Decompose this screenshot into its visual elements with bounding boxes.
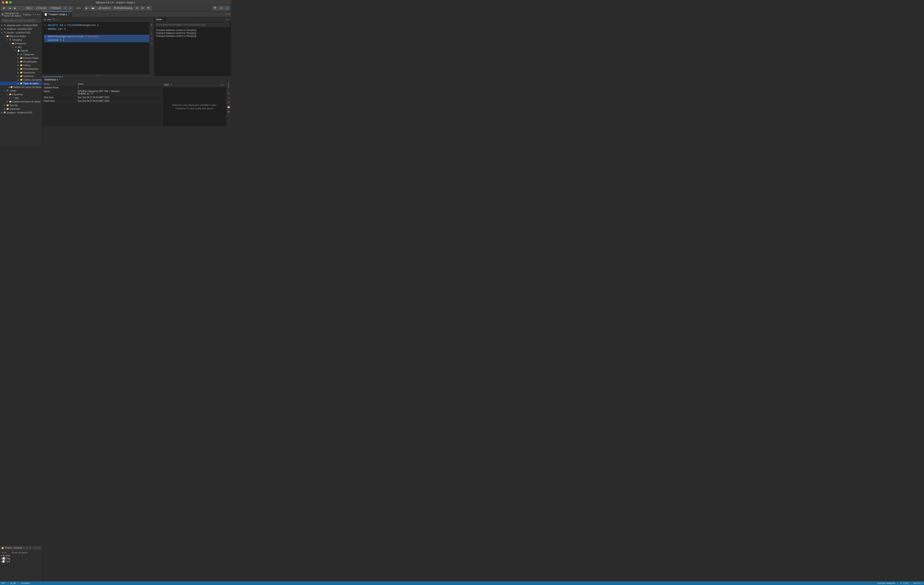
sidebar-item-gatilhos2[interactable]: ▶ 📁 Gatilhos do banco de dados <box>0 100 42 104</box>
sidebar-icon-2[interactable]: ▾ <box>35 13 36 16</box>
sidebar-item-indices[interactable]: ▶ 📁 Índices <box>0 63 42 67</box>
sidebar-item-triggers[interactable]: ▶ 📁 Gatilhos da tabela <box>0 78 42 82</box>
format-btn[interactable]: ≡ <box>56 18 59 21</box>
sidebar-icon-1[interactable]: ↻ <box>33 13 35 16</box>
tab-close-btn[interactable]: ✕ <box>68 13 70 15</box>
toolbar-icon-7[interactable]: ▶ <box>84 6 89 10</box>
sidebar-item-categories[interactable]: ▶ ▦ Categories <box>0 53 42 56</box>
toolbar-icon-4[interactable]: ⬛ <box>18 6 24 10</box>
expand-arrow: ▶ <box>17 68 20 70</box>
folder-icon: 📁 <box>20 56 23 59</box>
explain-btn[interactable]: ▶▶ <box>47 18 51 21</box>
tab-script1[interactable]: 📝 *<master> Script-1 ✕ <box>42 12 72 17</box>
right-btn-3[interactable]: ⊡ <box>227 96 231 100</box>
expand-arrow: ▼ <box>0 31 3 34</box>
toolbar-icon-12[interactable]: ⊡ <box>219 6 224 10</box>
side-tool-4[interactable]: ⊡ <box>150 36 154 41</box>
saida-close[interactable]: ✕ <box>162 18 164 21</box>
search-btn[interactable]: 🔍 <box>146 6 152 10</box>
code-line-4: ▶ UPDATE Categories SET Title = 'Blusões… <box>44 35 152 39</box>
tree-label: Security <box>10 104 18 107</box>
toolbar-icon-3[interactable]: ▶ <box>13 6 18 10</box>
editor-view-btn[interactable]: ⊡ <box>226 13 228 15</box>
right-btn-6[interactable]: ▦ <box>227 110 231 114</box>
sidebar-item-procs[interactable]: ▶ 📁 Procedimentos <box>0 67 42 71</box>
toolbar-icon-13[interactable]: 👤 <box>224 6 230 10</box>
output-view-toggle[interactable]: ⊡ <box>226 18 228 21</box>
toolbar-icon-1[interactable]: ⚡ <box>1 6 7 10</box>
side-tool-5[interactable]: ⊡ <box>150 41 154 45</box>
commit-button[interactable]: ✔ Commit <box>34 6 48 10</box>
sidebar-item-tabelas[interactable]: ▼ 📋 Tabelas <box>0 49 42 53</box>
projects-tab[interactable]: Projetos <box>23 13 31 16</box>
row-value: UPDATE Categories SET Title = 'Blusões'W… <box>76 89 162 96</box>
sidebar-item-administer[interactable]: ▶ 📁 Administer <box>0 107 42 111</box>
toolbar-icon-9[interactable]: ⚙ <box>134 6 140 10</box>
sidebar-item-etiqueta[interactable]: ▶ 🔌 etiqueta-certa - localhost:3306 <box>0 23 42 27</box>
sidebar-item-dbo1[interactable]: ▼ ◈ dbo <box>0 45 42 49</box>
toolbar-icon-5[interactable]: ✦ <box>63 6 68 10</box>
sidebar-item-esquemas1[interactable]: ▼ 📂 Esquemas <box>0 41 42 45</box>
sidebar-item-security[interactable]: ▶ 📁 Security <box>0 104 42 107</box>
toolbar-icon-10[interactable]: ⚙ <box>140 6 145 10</box>
sidebar-item-syns[interactable]: ▶ 📁 Sinônimos <box>0 74 42 78</box>
scroll-right[interactable]: ▶ <box>99 74 100 76</box>
search-input[interactable] <box>2 19 41 23</box>
right-btn-2[interactable]: ⚙ <box>227 91 231 96</box>
valor-close[interactable]: ✕ <box>170 84 172 86</box>
editor-panel: ▶ ▶▶ ⬛ ≡ ▶ SELECT c.Id, c.Title FROM Cat… <box>42 17 231 76</box>
toolbar-icon-6[interactable]: ≡ <box>68 6 73 10</box>
valor-icon-1[interactable]: ⊡ <box>221 84 222 86</box>
toolbar-icon-2[interactable]: ◀ <box>7 6 12 10</box>
code-editor[interactable]: ▶ SELECT c.Id, c.Title FROM Categories c… <box>42 22 154 74</box>
sidebar-item-master1433[interactable]: ▼ 🔌 master - localhost:1433 <box>0 31 42 34</box>
sidebar-icon-4[interactable]: ✕ <box>39 13 41 16</box>
sidebar-item-db-triggers[interactable]: ▶ 📁 Gatilhos do banco de dados <box>0 85 42 89</box>
sidebar-item-shopping[interactable]: ▼ 🗄 Shopping <box>0 38 42 41</box>
expand-arrow: ▶ <box>17 82 20 84</box>
tree-label: dbo <box>15 97 19 99</box>
close-button[interactable] <box>2 1 4 3</box>
sidebar-item-esquemas2[interactable]: ▼ 📂 Esquemas <box>0 92 42 96</box>
side-tool-3[interactable]: ⊡ <box>150 32 154 36</box>
sidebar-icon-3[interactable]: ⊕ <box>36 13 38 16</box>
sidebar-item-seqs[interactable]: ▶ 📁 Sequências <box>0 71 42 74</box>
stats-row-3: Start time Sun Oct 29 17:54:56 BRT 2023 <box>42 96 162 99</box>
tab-saida[interactable]: Saída ✕ <box>154 18 166 21</box>
valor-icon-2[interactable]: ⤢ <box>223 84 224 86</box>
sidebar-item-localhost3307[interactable]: ▶ 🔌 localhost - localhost:3307 <box>0 27 42 31</box>
right-btn-4[interactable]: ⊟ <box>227 101 231 105</box>
side-tool-2[interactable]: … <box>150 28 154 31</box>
sidebar-tree: ▶ 🔌 etiqueta-certa - localhost:3306 ▶ 🔌 … <box>0 23 42 146</box>
sidebar-item-external[interactable]: ▶ 📁 External Tables <box>0 56 42 60</box>
editor-split-btn[interactable]: ⊞ <box>228 13 230 15</box>
sidebar-item-views[interactable]: ▶ 📁 Visualizações <box>0 60 42 63</box>
stats-close[interactable]: ✕ <box>59 78 61 81</box>
scroll-left[interactable]: ◀ <box>96 74 97 76</box>
expand-arrow: ▶ <box>17 79 20 81</box>
rollback-button[interactable]: ↩ Rollback <box>48 6 62 10</box>
minimize-button[interactable] <box>5 1 8 3</box>
expand-arrow: ▶ <box>0 28 3 30</box>
sidebar-item-dbo2[interactable]: ▶ | dbo <box>0 96 42 100</box>
sidebar-item-banco[interactable]: ▼ 📁 Banco de dados <box>0 34 42 38</box>
sql-button[interactable]: SQL ▾ <box>25 6 34 10</box>
output-search-input[interactable] <box>155 23 229 26</box>
stop-btn[interactable]: ⬛ <box>51 18 56 21</box>
toolbar-icon-8[interactable]: ◀▶ <box>89 6 96 10</box>
sidebar-item-tipos[interactable]: ▶ 📁 Tipos de dados <box>0 82 42 85</box>
side-tool-1[interactable]: ⚙ <box>150 23 154 27</box>
tab-stats[interactable]: Estatísticas 1 ✕ <box>42 77 63 82</box>
sidebar-item-postgres[interactable]: ▶ 🐘 postgres - localhost:5432 <box>0 111 42 114</box>
right-btn-5[interactable]: 📅 <box>227 105 231 109</box>
toolbar-icon-11[interactable]: 🔍 <box>212 6 218 10</box>
output-expand[interactable]: ⤢ <box>228 18 230 21</box>
master-btn[interactable]: 🔗 master ▾ <box>97 6 112 10</box>
maximize-button[interactable] <box>9 1 12 3</box>
db-btn[interactable]: 🗄 dbo@Shopping <box>112 6 134 10</box>
tree-label: Sinônimos <box>23 75 34 77</box>
sidebar-item-master-db[interactable]: ▼ 🗄 master <box>0 89 42 92</box>
right-btn-1[interactable]: Painéis <box>227 83 231 87</box>
output-search-area <box>154 22 231 28</box>
run-btn[interactable]: ▶ <box>43 18 47 21</box>
